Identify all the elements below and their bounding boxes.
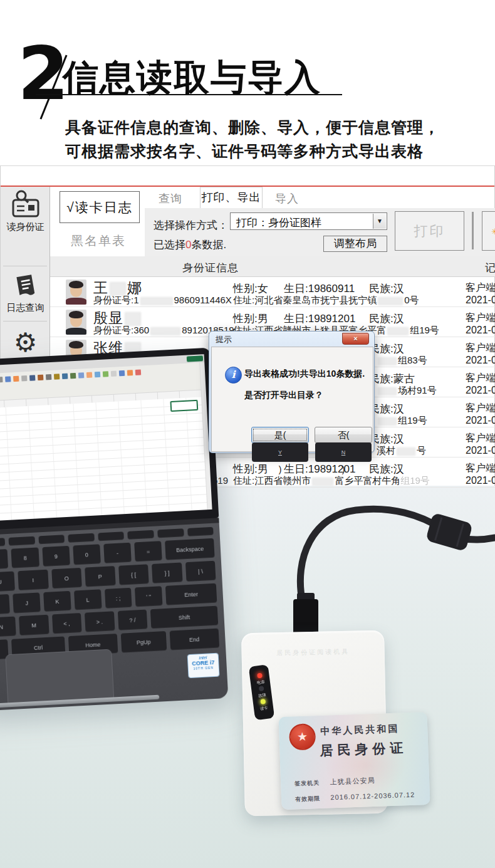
cell-date: 2021-0: [466, 355, 495, 366]
keyboard-key: 8: [11, 547, 39, 568]
sidebar-divider: [3, 321, 47, 322]
excel-logo-icon: [187, 355, 203, 362]
keyboard-key: [157, 528, 184, 538]
keyboard-key: O: [51, 568, 82, 588]
keyboard-key: : ;: [105, 588, 132, 609]
yes-pre: 是(: [274, 430, 286, 440]
cell-birth: 生日:19891201: [284, 311, 355, 326]
cell-date: 2021-0: [466, 415, 495, 426]
keyboard-key: P: [85, 566, 115, 587]
table-row[interactable]: 王娜性别:女生日:19860911民族:汉身份证号:19860911446X住址…: [50, 277, 495, 307]
ferrite-bead: [425, 513, 473, 552]
print-button[interactable]: 打印: [395, 211, 464, 251]
cell-client: 客户端读: [466, 432, 495, 445]
tab-query[interactable]: 查询: [159, 191, 182, 206]
cell-client: 客户端读: [466, 342, 495, 355]
operation-panel: 选择操作方式： 打印：身份证图样 ▼ 已选择0条数据. 调整布局 打印 ✳: [145, 208, 495, 256]
card-issuer-row: 签发机关 上犹县公安局: [294, 774, 375, 788]
avatar: [66, 310, 86, 335]
id-card: ★ 中华人民共和国 居民身份证 签发机关 上犹县公安局 有效期限 2016.07…: [278, 712, 430, 810]
keyboard-key: J: [13, 592, 41, 613]
sidebar-item-log-query[interactable]: 日志查询: [1, 271, 50, 314]
adjust-layout-button[interactable]: 调整布局: [323, 236, 387, 252]
keyboard-key: [128, 530, 154, 540]
keyboard-key: Shift: [150, 606, 218, 629]
keyboard-key: N: [0, 617, 16, 637]
excel-screen: [0, 354, 212, 522]
sidebar-item-read-id[interactable]: 读身份证: [1, 190, 50, 233]
yes-key: Y: [252, 442, 308, 462]
selected-count-text: 已选择0条数据.: [154, 238, 226, 252]
tab-import[interactable]: 导入: [275, 191, 299, 206]
toolbar-divider: [472, 212, 474, 249]
no-key: N: [315, 442, 372, 462]
info-icon: i: [225, 367, 242, 384]
table-header-title: 身份证信息: [182, 261, 239, 275]
table-header: 身份证信息 记录: [50, 256, 495, 277]
excel-grid: [0, 397, 208, 522]
ribbon-icon: [103, 371, 108, 377]
keyboard-key: U: [0, 572, 15, 592]
sticker-line2: 10TH GEN: [189, 666, 219, 671]
chevron-down-icon[interactable]: ▼: [373, 214, 386, 229]
validity-value: 2016.07.12-2036.07.12: [330, 791, 415, 802]
keyboard-key: 7: [0, 549, 8, 570]
keyboard-key: -: [103, 543, 132, 563]
ribbon-icon: [13, 376, 19, 382]
keyboard-key: [0, 538, 5, 547]
gear-icon: ⚙: [14, 328, 38, 357]
keyboard-key: L: [74, 589, 102, 610]
ribbon-icon: [86, 372, 92, 378]
cell-addr2: 场村91号: [377, 385, 437, 397]
cell-idno: 身份证号:19860911446X: [93, 295, 232, 306]
ribbon-icon: [29, 375, 35, 380]
cell-birth: 生日:19860911: [284, 281, 355, 296]
keyboard-key: > .: [85, 611, 115, 632]
keyboard-key: M: [19, 615, 49, 635]
selected-suffix: 条数据.: [191, 239, 226, 251]
keyboard-key: [98, 531, 124, 541]
cell-addr: 住址:河北省秦皇岛市抚宁县抚宁镇0号: [233, 295, 419, 306]
led-panel: 电源故障读卡: [249, 664, 275, 720]
ribbon-icon: [111, 371, 117, 377]
led-label: 读卡: [259, 705, 268, 712]
blacklist-button[interactable]: 黑名单表: [71, 233, 140, 249]
close-icon[interactable]: ×: [342, 333, 369, 345]
led-off: [258, 686, 264, 691]
led-on-red: [257, 673, 263, 679]
keyboard-key: 0: [73, 544, 101, 565]
tab-print-export[interactable]: 打印、导出: [200, 187, 263, 208]
cell-client: 客户端读: [466, 372, 495, 385]
keyboard-key: K: [43, 591, 71, 612]
no-button[interactable]: 否(N): [315, 427, 372, 443]
yes-button[interactable]: 是(Y): [251, 427, 309, 443]
operation-mode-select[interactable]: 打印：身份证图样 ▼: [230, 212, 387, 230]
keyboard-key: { [: [118, 564, 149, 585]
yes-post: ): [279, 464, 282, 474]
cell-nation: 民族:汉: [369, 281, 404, 296]
export-button-partial[interactable]: ✳: [482, 211, 495, 251]
dialog-title: 提示: [216, 334, 232, 345]
keyboard-key: H: [0, 594, 10, 615]
ribbon-icon: [95, 372, 100, 377]
ribbon-icon: [119, 370, 125, 376]
cell-client: 客户端读: [466, 311, 495, 325]
ribbon-icon: [38, 375, 43, 380]
operation-mode-label: 选择操作方式：: [154, 218, 228, 233]
sidebar-item-label: 日志查询: [1, 302, 50, 314]
description-line-1: 具备证件信息的查询、删除、导入，便于信息管理，: [65, 115, 440, 139]
keyboard-key: Enter: [165, 583, 217, 605]
keyboard-key: } ]: [152, 563, 182, 583]
laptop-keyboard: 67890-=BackspaceYUIOP{ [} ]| \GHJKL: ;' …: [0, 527, 219, 662]
cell-sex: 性别:男: [233, 311, 268, 326]
operation-mode-value: 打印：身份证图样: [236, 216, 321, 230]
card-title: 居民身份证: [320, 739, 408, 760]
no-pre: 否(: [338, 430, 350, 440]
read-card-log-button[interactable]: √读卡日志: [60, 191, 140, 223]
keyboard-key: < ,: [52, 613, 82, 634]
ribbon-icon: [135, 369, 141, 375]
export-success-dialog: 提示 × i 导出表格成功!共导出10条数据. 是否打开导出目录？ 是(Y) 否…: [209, 331, 375, 453]
laptop: 67890-=BackspaceYUIOP{ [} ]| \GHJKL: ;' …: [0, 348, 228, 712]
cell-client: 客户端读: [466, 402, 495, 415]
keyboard-key: [68, 533, 95, 543]
